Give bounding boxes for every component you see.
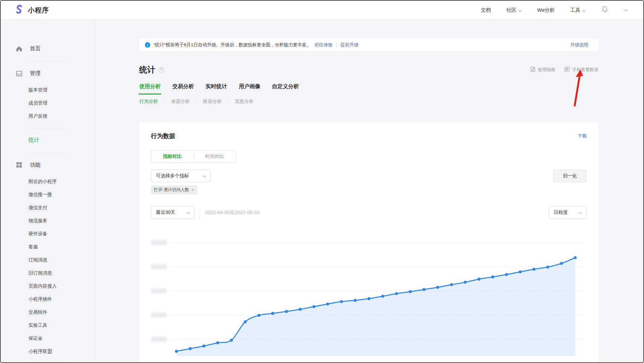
- top-navigation: 文档 社区 We分析 工具: [481, 5, 628, 15]
- banner-message: “统计”模块将于6月1日自动升级。升级后，数据指标更全面，分析能力更丰富。: [154, 42, 311, 48]
- sidebar: 首页 管理 版本管理 成员管理 用户反馈 统计: [1, 20, 96, 363]
- sidebar-item-user-feedback[interactable]: 用户反馈: [1, 110, 95, 123]
- page-header: 统计 ? 使用指南: [139, 64, 598, 75]
- data-point: [258, 314, 261, 317]
- page-title: 统计: [139, 64, 155, 75]
- sidebar-section-features[interactable]: 功能: [1, 158, 95, 172]
- data-point: [533, 268, 536, 271]
- tab-realtime-statistics[interactable]: 实时统计: [206, 83, 227, 95]
- data-point: [560, 262, 563, 265]
- view-data-on-phone-link[interactable]: 手机查看数据: [565, 67, 598, 73]
- home-icon: [15, 46, 23, 52]
- main-tabs: 使用分析 交易分析 实时统计 用户画像 自定义分析: [139, 83, 598, 95]
- data-point: [285, 310, 288, 313]
- tab-custom-analysis[interactable]: 自定义分析: [272, 83, 299, 95]
- divider: [29, 61, 68, 62]
- date-range-select[interactable]: 最近30天: [151, 206, 195, 219]
- sidebar-item-page-content[interactable]: 页面内容接入: [1, 280, 95, 293]
- divider: [29, 128, 68, 128]
- nav-we-analysis[interactable]: We分析: [537, 7, 555, 13]
- try-now-link[interactable]: 前往体验: [315, 42, 333, 48]
- divider: [228, 100, 228, 104]
- data-point: [423, 288, 426, 291]
- data-point: [230, 339, 233, 342]
- tag-close-icon[interactable]: ×: [192, 187, 194, 192]
- nav-docs[interactable]: 文档: [481, 7, 491, 13]
- sidebar-section-manage[interactable]: 管理: [1, 66, 95, 81]
- nav-community[interactable]: 社区: [506, 7, 522, 13]
- account-chevron-down-icon[interactable]: [624, 7, 628, 13]
- data-point: [203, 345, 206, 348]
- data-point: [505, 273, 508, 276]
- data-point: [340, 300, 343, 303]
- sidebar-item-logistics[interactable]: 物流服务: [1, 214, 95, 227]
- metric-multi-select[interactable]: 可选择多个指标: [151, 170, 211, 182]
- tab-usage-analysis[interactable]: 使用分析: [139, 83, 161, 95]
- data-point: [244, 320, 247, 323]
- sidebar-item-home[interactable]: 首页: [1, 41, 95, 56]
- upgrade-notes-link[interactable]: 升级说明: [570, 42, 588, 48]
- toggle-time-compare[interactable]: 时间对比: [194, 154, 236, 160]
- granularity-select[interactable]: 日粒度: [549, 206, 587, 219]
- sidebar-item-statistics-active[interactable]: 统计: [1, 133, 95, 147]
- sidebar-item-customer-service[interactable]: 客服: [1, 240, 95, 253]
- sidebar-item-experiment-tools[interactable]: 实验工具: [1, 319, 95, 332]
- data-point: [574, 256, 577, 259]
- sidebar-item-member-management[interactable]: 成员管理: [1, 97, 95, 110]
- sidebar-item-wechat-pay[interactable]: 微信支付: [1, 201, 95, 214]
- data-series: [175, 256, 577, 356]
- subtab-source-analysis[interactable]: 来源分析: [171, 99, 190, 105]
- data-point: [368, 297, 371, 300]
- top-bar: 小程序 文档 社区 We分析 工具: [1, 1, 643, 20]
- sub-tabs: 行为分析 来源分析 留存分析 页面分析: [139, 99, 598, 105]
- sidebar-item-plugins[interactable]: 小程序插件: [1, 293, 95, 306]
- nav-tools[interactable]: 工具: [570, 7, 586, 13]
- qr-code-icon: [565, 67, 570, 73]
- chart-canvas: [151, 234, 587, 356]
- sidebar-item-miniprogram-alliance[interactable]: 小程序联盟: [1, 345, 95, 358]
- subtab-behavior-analysis[interactable]: 行为分析: [139, 99, 158, 105]
- data-point: [395, 292, 398, 295]
- notification-bell-icon[interactable]: [601, 5, 608, 15]
- logo-text: 小程序: [28, 6, 49, 15]
- sidebar-item-deposit[interactable]: 保证金: [1, 332, 95, 345]
- divider: [164, 100, 165, 104]
- sidebar-item-version-management[interactable]: 版本管理: [1, 83, 95, 97]
- subtab-page-analysis[interactable]: 页面分析: [235, 99, 254, 105]
- data-point: [381, 295, 384, 298]
- data-point: [271, 312, 274, 315]
- data-point: [409, 290, 412, 293]
- subtab-retention-analysis[interactable]: 留存分析: [203, 99, 222, 105]
- tab-user-portrait[interactable]: 用户画像: [239, 83, 260, 95]
- sidebar-item-subscribe-messages[interactable]: 订阅消息: [1, 253, 95, 266]
- info-icon: i: [145, 42, 150, 48]
- sidebar-item-wechat-search[interactable]: 微信搜一搜: [1, 188, 95, 201]
- help-icon[interactable]: ?: [158, 67, 164, 73]
- miniprogram-logo[interactable]: 小程序: [14, 4, 49, 16]
- data-point: [299, 308, 302, 311]
- upgrade-early-link[interactable]: 提前升级: [340, 42, 359, 48]
- normalize-button[interactable]: 归一化: [553, 170, 587, 182]
- data-point: [189, 347, 192, 350]
- chevron-down-icon: [203, 173, 206, 179]
- divider: [199, 206, 200, 219]
- upgrade-notice-banner: i “统计”模块将于6月1日自动升级。升级后，数据指标更全面，分析能力更丰富。 …: [139, 39, 598, 51]
- sidebar-item-trade-components[interactable]: 交易组件: [1, 306, 95, 319]
- date-range-text: 2022-04-05至2022-05-04: [205, 209, 260, 216]
- data-point: [313, 305, 316, 308]
- selected-metric-tag[interactable]: 打开-累计访问人数 ×: [151, 185, 197, 194]
- sidebar-item-old-subscribe-messages[interactable]: 旧订阅消息: [1, 266, 95, 280]
- toggle-metric-compare[interactable]: 指标对比: [151, 154, 194, 160]
- usage-guide-link[interactable]: 使用指南: [530, 66, 555, 73]
- divider: [29, 362, 68, 362]
- sidebar-item-hardware[interactable]: 硬件设备: [1, 227, 95, 240]
- chevron-down-icon: [519, 7, 522, 13]
- data-point: [175, 350, 178, 353]
- sidebar-item-nearby-miniprograms[interactable]: 附近的小程序: [1, 175, 95, 188]
- data-point: [519, 270, 522, 274]
- link-separator: |: [336, 42, 337, 47]
- data-point: [491, 276, 494, 279]
- download-link[interactable]: 下载: [578, 133, 587, 139]
- tab-transaction-analysis[interactable]: 交易分析: [172, 83, 194, 95]
- behavior-line-chart: [151, 234, 587, 356]
